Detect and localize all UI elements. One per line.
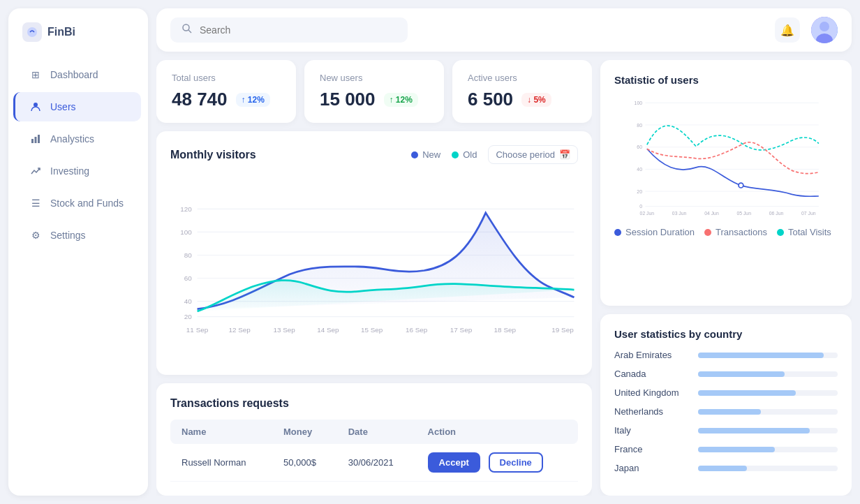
svg-text:03 Jun: 03 Jun — [672, 211, 687, 216]
country-bar-4 — [698, 428, 810, 433]
search-input[interactable] — [200, 24, 396, 36]
transactions-table: Name Money Date Action Russell Norman 50… — [170, 420, 578, 482]
country-bar-bg-2 — [698, 390, 838, 396]
sidebar-item-dashboard[interactable]: ⊞ Dashboard — [15, 60, 141, 89]
row-money: 50,000$ — [272, 444, 337, 482]
search-icon — [181, 23, 193, 37]
svg-rect-4 — [38, 135, 40, 143]
country-name-5: France — [614, 444, 691, 454]
country-bar-0 — [698, 353, 824, 358]
total-visits-label: Total Visits — [788, 227, 831, 237]
country-name-2: United Kingdom — [614, 387, 691, 398]
country-name-3: Netherlands — [614, 406, 691, 417]
svg-text:60: 60 — [184, 274, 193, 282]
svg-text:07 Jun: 07 Jun — [801, 211, 816, 216]
session-dot — [614, 229, 621, 236]
svg-text:20: 20 — [637, 189, 642, 194]
total-users-value-row: 48 740 ↑ 12% — [172, 89, 281, 110]
svg-rect-3 — [35, 137, 37, 143]
sidebar-item-users[interactable]: Users — [13, 92, 141, 121]
search-bar[interactable] — [170, 17, 408, 43]
stock-icon: ☰ — [29, 197, 42, 209]
statistic-title: Statistic of users — [614, 74, 838, 86]
country-bar-6 — [698, 466, 747, 471]
chart-header: Monthly visitors New Old — [170, 145, 578, 164]
active-users-label: Active users — [468, 73, 577, 83]
app-name: FinBi — [47, 26, 75, 38]
country-row-4: Italy — [614, 425, 838, 436]
decline-button[interactable]: Decline — [489, 452, 543, 473]
country-name-1: Canada — [614, 369, 691, 379]
content-area: Total users 48 740 ↑ 12% New users 15 00… — [156, 60, 852, 496]
svg-text:16 Sep: 16 Sep — [406, 326, 428, 334]
transactions-dot — [704, 229, 711, 236]
total-users-label: Total users — [172, 73, 281, 83]
sidebar-item-analytics[interactable]: Analystics — [15, 124, 141, 154]
col-name: Name — [170, 420, 272, 444]
investing-icon — [29, 165, 42, 177]
statistic-card: Statistic of users 100 80 60 40 20 0 — [600, 60, 852, 306]
svg-text:11 Sep: 11 Sep — [186, 326, 209, 334]
stat-card-total-users: Total users 48 740 ↑ 12% — [156, 60, 296, 123]
svg-text:20: 20 — [184, 313, 193, 320]
chart-title: Monthly visitors — [170, 149, 256, 161]
total-users-value: 48 740 — [172, 89, 228, 110]
accept-button[interactable]: Accept — [428, 452, 480, 473]
new-users-value-row: 15 000 ↑ 12% — [320, 89, 429, 110]
sidebar-item-investing[interactable]: Investing — [15, 156, 141, 186]
svg-point-8 — [820, 22, 829, 31]
svg-text:17 Sep: 17 Sep — [450, 326, 473, 334]
row-action: Accept Decline — [417, 444, 578, 482]
legend-new: New — [411, 149, 440, 160]
total-users-badge: ↑ 12% — [236, 93, 270, 107]
row-date: 30/06/2021 — [337, 444, 417, 482]
sidebar-label-stock: Stock and Funds — [50, 198, 124, 209]
country-stats-card: User statistics by country Arab Emirates… — [600, 314, 852, 496]
svg-text:80: 80 — [184, 251, 193, 259]
country-bar-bg-6 — [698, 466, 838, 471]
country-bar-3 — [698, 409, 761, 415]
monthly-chart-area: 120 100 80 60 40 20 — [170, 172, 578, 361]
svg-text:100: 100 — [180, 228, 192, 236]
svg-text:13 Sep: 13 Sep — [273, 326, 295, 334]
country-bar-bg-0 — [698, 353, 838, 358]
transactions-title: Transactions requests — [170, 397, 578, 410]
new-users-label: New users — [320, 73, 429, 83]
country-bar-2 — [698, 390, 796, 396]
legend-label-old: Old — [463, 149, 477, 160]
notification-button[interactable]: 🔔 — [775, 17, 800, 43]
active-users-value: 6 500 — [468, 89, 513, 110]
svg-text:12 Sep: 12 Sep — [228, 326, 251, 334]
sidebar-item-settings[interactable]: ⚙ Settings — [15, 221, 141, 250]
header-right: 🔔 — [775, 17, 838, 43]
svg-text:18 Sep: 18 Sep — [494, 326, 517, 334]
col-money: Money — [272, 420, 337, 444]
svg-text:100: 100 — [635, 101, 643, 105]
svg-point-0 — [27, 27, 37, 37]
legend-old: Old — [452, 149, 477, 160]
row-name: Russell Norman — [170, 444, 272, 482]
sidebar-item-stock[interactable]: ☰ Stock and Funds — [15, 188, 141, 218]
sidebar-label-dashboard: Dashboard — [50, 69, 98, 80]
choose-period-button[interactable]: Choose period 📅 — [488, 145, 578, 164]
new-users-badge: ↑ 12% — [384, 93, 418, 107]
country-name-6: Japan — [614, 463, 691, 473]
svg-point-1 — [34, 103, 38, 107]
avatar[interactable] — [811, 17, 838, 43]
dashboard-icon: ⊞ — [29, 68, 42, 81]
country-row-6: Japan — [614, 463, 838, 473]
svg-point-43 — [739, 183, 743, 188]
svg-text:19 Sep: 19 Sep — [551, 326, 574, 334]
legend-dot-old — [452, 151, 459, 158]
stats-row: Total users 48 740 ↑ 12% New users 15 00… — [156, 60, 592, 123]
legend-label-new: New — [422, 149, 440, 160]
choose-period-label: Choose period — [496, 149, 555, 160]
svg-text:02 Jun: 02 Jun — [640, 211, 655, 216]
sidebar-label-analytics: Analystics — [50, 133, 94, 144]
legend-total-visits: Total Visits — [777, 227, 831, 237]
total-visits-dot — [777, 229, 784, 236]
monthly-visitors-card: Monthly visitors New Old — [156, 131, 592, 375]
svg-text:40: 40 — [637, 167, 642, 172]
users-icon — [29, 101, 42, 113]
col-date: Date — [337, 420, 417, 444]
